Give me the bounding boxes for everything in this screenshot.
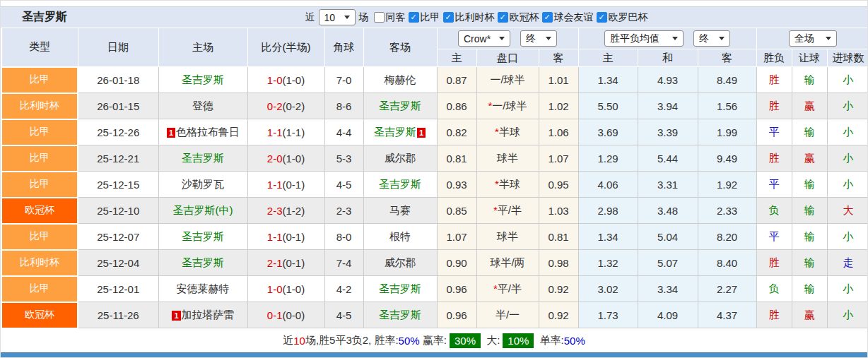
result-handicap: 输 [792,250,827,276]
avg-draw-odds: 5.04 [638,224,698,250]
avg-away-odds: 4.37 [698,302,756,328]
league-badge: 欧冠杯 [1,198,78,224]
odds-away: 0.98 [539,250,578,276]
away-team[interactable]: 圣吉罗斯 [363,302,437,328]
away-team[interactable]: 圣吉罗斯1 [363,119,437,145]
col-header-avg-draw: 和 [638,49,698,67]
home-team[interactable]: 1色格拉布鲁日 [158,119,247,145]
checked-checkbox[interactable]: ✓ [597,12,607,23]
away-team[interactable]: 威尔郡 [363,250,437,276]
filter-label: 球会友谊 [554,11,594,24]
odds-away: 1.07 [539,145,578,172]
team-name: 安德莱赫特 [177,282,230,294]
match-date: 26-01-18 [78,67,158,93]
result-handicap: 输 [792,172,827,198]
away-team[interactable]: 马赛 [363,198,437,224]
odds-home: 0.96 [437,276,476,302]
home-team[interactable]: 沙勒罗瓦 [158,172,247,198]
win-rate-label: 赢率: [420,334,447,347]
bookmaker-select[interactable]: Crow* [458,30,510,47]
home-team[interactable]: 圣吉罗斯 [158,224,247,250]
col-header-odds-home: 主 [437,49,476,67]
avg-home-odds: 5.50 [578,93,638,119]
score: 2-1(0-1) [247,250,324,276]
checked-checkbox[interactable]: ✓ [498,12,508,23]
topbar: 圣吉罗斯 近 10 场 同客✓比甲✓比利时杯✓欧冠杯✓球会友谊✓欧罗巴杯 [1,6,867,28]
score: 2-0(1-0) [247,145,324,172]
home-team[interactable]: 1加拉塔萨雷 [158,302,247,328]
avg-away-odds: 1.56 [698,93,756,119]
odds-home: 0.93 [437,172,476,198]
filter-label: 比甲 [421,11,440,24]
result-wdl: 平 [756,172,792,198]
home-team[interactable]: 登德 [158,93,247,119]
match-date: 25-12-26 [78,119,158,145]
summary-footer: 近10场,胜5平3负2, 胜率:50% 赢率:30% 大:10% 单率:50% [1,329,867,352]
team-name: 圣吉罗斯 [182,73,224,85]
score: 2-3(1-2) [247,198,324,224]
match-date: 26-01-15 [78,93,158,119]
checked-checkbox[interactable]: ✓ [409,12,419,23]
col-header-score: 比分(半场) [247,28,324,67]
checked-checkbox[interactable]: ✓ [542,12,553,23]
match-history-table: 类型 日期 主场 比分(半场) 角球 客场 Crow* 终 [1,28,868,329]
result-handicap: 输 [792,67,827,93]
filter-controls: 近 10 场 同客✓比甲✓比利时杯✓欧冠杯✓球会友谊✓欧罗巴杯 [221,9,648,25]
avg-draw-odds: 4.93 [638,67,698,93]
field-label: 场 [359,11,369,24]
team-name: 圣吉罗斯 [182,230,224,242]
home-team[interactable]: 安德莱赫特 [158,276,247,302]
home-team[interactable]: 圣吉罗斯 [158,67,247,93]
avg-home-odds: 3.02 [578,276,638,302]
odds-home: 0.81 [437,145,476,172]
team-name: 威尔郡 [385,152,416,164]
result-wdl: 负 [756,198,792,224]
away-team[interactable]: 圣吉罗斯 [363,172,437,198]
home-team[interactable]: 圣吉罗斯 [158,145,247,172]
odds-away: 1.02 [539,93,578,119]
result-handicap: 输 [792,224,827,250]
league-badge: 比甲 [1,172,78,198]
matches-count-select[interactable]: 10 [319,9,356,25]
result-wdl: 负 [756,276,792,302]
away-team[interactable]: 圣吉罗斯 [363,93,437,119]
result-goals: 走 [827,250,868,276]
handicap: *一/球半 [476,93,539,119]
checked-checkbox[interactable]: ✓ [443,12,454,23]
avg-draw-odds: 4.09 [638,302,698,328]
odds-home: 0.87 [437,67,476,93]
avg-state-select[interactable]: 终 [693,30,730,47]
score: 1-0(1-0) [247,276,324,302]
scope-select-group: 全场 [756,28,868,49]
score: 1-1(0-1) [247,172,324,198]
result-handicap: 输 [792,119,827,145]
filter-item: ✓欧罗巴杯 [597,11,648,24]
red-card-badge: 1 [167,128,175,138]
handicap: *平/半 [476,276,539,302]
unchecked-checkbox[interactable] [374,12,385,23]
league-badge: 比甲 [1,224,78,250]
home-team[interactable]: 圣吉罗斯(中) [158,198,247,224]
avg-home-odds: 2.98 [578,198,638,224]
avg-draw-odds: 5.44 [638,145,698,172]
away-team[interactable]: 圣吉罗斯 [363,276,437,302]
home-team[interactable]: 圣吉罗斯 [158,250,247,276]
summary-count: 10 [293,335,305,347]
table-row: 比甲 25-12-01 安德莱赫特 1-0(1-0) 4-2 圣吉罗斯 0.96… [1,276,868,302]
team-name: 圣吉罗斯 [379,309,421,321]
away-team[interactable]: 威尔郡 [363,145,437,172]
avg-away-odds: 8.20 [698,224,756,250]
away-team[interactable]: 梅赫伦 [363,67,437,93]
corner-score: 4-5 [324,172,363,198]
away-team[interactable]: 根特 [363,224,437,250]
bookmaker-state-select[interactable]: 终 [520,30,557,47]
avg-select[interactable]: 胜平负均值 [604,30,684,47]
handicap: 半/一 [476,302,539,328]
odds-home: 0.90 [437,250,476,276]
team-name: 加拉塔萨雷 [182,309,235,321]
team-name: 圣吉罗斯 [379,178,421,190]
result-wdl: 平 [756,119,792,145]
avg-home-odds: 1.34 [578,67,638,93]
bookmaker-select-group: Crow* 终 [437,28,578,49]
scope-select[interactable]: 全场 [789,30,837,47]
